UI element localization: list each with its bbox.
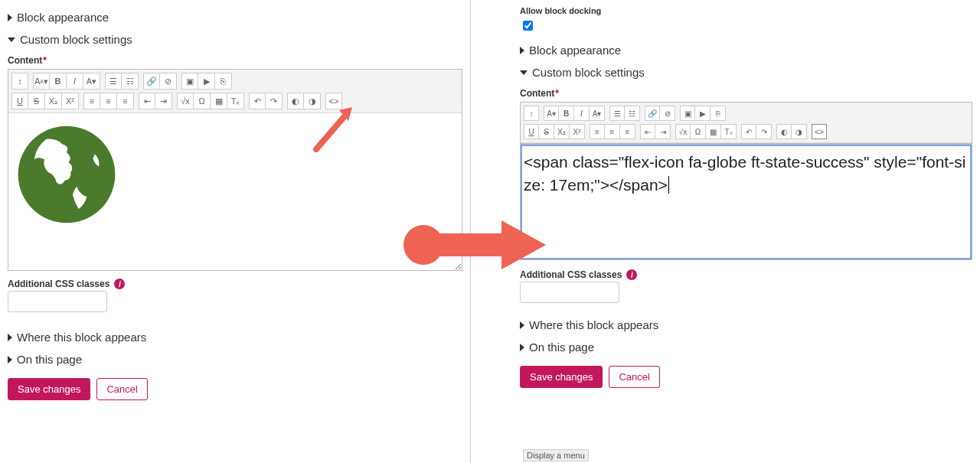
outdent-button[interactable]: ⇤ [139, 93, 155, 109]
allow-docking-checkbox[interactable] [523, 21, 533, 31]
superscript-button[interactable]: X² [570, 124, 585, 139]
align-center-button[interactable]: ≡ [100, 93, 117, 109]
accessibility-button-2[interactable]: ◑ [792, 124, 807, 139]
cancel-button[interactable]: Cancel [96, 378, 147, 400]
ordered-list-button[interactable]: ☷ [122, 73, 139, 90]
redo-button[interactable]: ↷ [266, 93, 283, 109]
section-on-this-page[interactable]: On this page [8, 348, 462, 370]
clear-format-button[interactable]: Tₓ [721, 124, 737, 139]
content-label: Content* [520, 88, 972, 99]
bold-button[interactable]: B [50, 73, 67, 90]
section-block-appearance[interactable]: Block appearance [520, 39, 972, 61]
globe-icon [15, 119, 456, 227]
italic-button[interactable]: I [574, 106, 590, 121]
chevron-right-icon [520, 344, 524, 351]
align-right-button[interactable]: ≡ [117, 93, 134, 109]
image-button[interactable]: ▣ [181, 73, 198, 90]
font-family-button[interactable]: AA▾ [33, 73, 50, 90]
chevron-right-icon [8, 14, 12, 21]
unordered-list-button[interactable]: ☰ [105, 73, 122, 90]
table-button[interactable]: ▦ [211, 93, 227, 109]
superscript-button[interactable]: X² [62, 93, 79, 109]
undo-button[interactable]: ↶ [249, 93, 266, 109]
equation-button[interactable]: √x [675, 124, 691, 139]
align-left-button[interactable]: ≡ [83, 93, 100, 109]
link-button[interactable]: 🔗 [143, 73, 160, 90]
strike-button[interactable]: S [539, 124, 554, 139]
info-icon[interactable]: i [626, 269, 637, 280]
underline-button[interactable]: U [524, 124, 539, 139]
unlink-button[interactable]: ⊘ [660, 106, 675, 121]
italic-button[interactable]: I [67, 73, 83, 90]
unordered-list-button[interactable]: ☰ [609, 106, 625, 121]
ordered-list-button[interactable]: ☷ [625, 106, 640, 121]
strike-button[interactable]: S [28, 93, 45, 109]
right-pane: Allow block docking Block appearance Cus… [471, 0, 980, 463]
section-label: On this page [529, 341, 594, 354]
underline-button[interactable]: U [11, 93, 28, 109]
chevron-right-icon [520, 47, 524, 54]
unlink-button[interactable]: ⊘ [160, 73, 177, 90]
bold-button[interactable]: B [559, 106, 574, 121]
font-size-button[interactable]: A▾ [590, 106, 605, 121]
section-block-appearance[interactable]: Block appearance [8, 6, 462, 28]
toolbar-toggle-button[interactable]: ↕ [524, 106, 539, 121]
link-button[interactable]: 🔗 [645, 106, 660, 121]
redo-button[interactable]: ↷ [756, 124, 772, 139]
section-label: Custom block settings [532, 66, 645, 79]
cancel-button[interactable]: Cancel [609, 366, 659, 388]
allow-docking-label: Allow block docking [520, 6, 972, 15]
indent-button[interactable]: ⇥ [155, 93, 172, 109]
content-editor: ↕ A▾ B I A▾ ☰ ☷ 🔗 ⊘ [520, 102, 972, 144]
section-on-this-page[interactable]: On this page [520, 336, 972, 358]
image-button[interactable]: ▣ [680, 106, 695, 121]
html-source-button[interactable]: <> [325, 93, 342, 109]
subscript-button[interactable]: X₂ [45, 93, 62, 109]
chevron-right-icon [8, 356, 12, 364]
file-button[interactable]: ⎘ [710, 106, 726, 121]
accessibility-button-1[interactable]: ◐ [776, 124, 792, 139]
css-label: Additional CSS classes [520, 269, 622, 280]
font-size-button[interactable]: A▾ [83, 73, 100, 90]
editor-body[interactable] [8, 113, 462, 270]
undo-button[interactable]: ↶ [741, 124, 756, 139]
special-char-button[interactable]: Ω [691, 124, 706, 139]
align-left-button[interactable]: ≡ [590, 124, 605, 139]
css-input[interactable] [520, 282, 619, 303]
section-label: Block appearance [17, 11, 109, 24]
save-button[interactable]: Save changes [8, 378, 90, 400]
accessibility-button-1[interactable]: ◐ [287, 93, 304, 109]
toolbar-toggle-button[interactable]: ↕ [11, 73, 28, 90]
align-center-button[interactable]: ≡ [605, 124, 620, 139]
subscript-button[interactable]: X₂ [554, 124, 570, 139]
table-button[interactable]: ▦ [706, 124, 721, 139]
outdent-button[interactable]: ⇤ [640, 124, 655, 139]
left-pane: Block appearance Custom block settings C… [0, 0, 471, 463]
code-editor-body[interactable]: <span class="flex-icon fa-globe ft-state… [521, 145, 972, 259]
file-button[interactable]: ⎘ [215, 73, 232, 90]
indent-button[interactable]: ⇥ [655, 124, 671, 139]
align-right-button[interactable]: ≡ [620, 124, 635, 139]
content-label: Content* [8, 55, 462, 66]
section-label: On this page [17, 353, 82, 366]
content-editor: ↕ AA▾ B I A▾ ☰ ☷ 🔗 ⊘ [8, 69, 462, 271]
section-label: Where this block appears [529, 318, 658, 331]
media-button[interactable]: ▶ [695, 106, 710, 121]
clear-format-button[interactable]: Tₓ [227, 93, 244, 109]
footer-tooltip: Display a menu [523, 449, 589, 461]
info-icon[interactable]: i [114, 279, 125, 289]
section-custom-block-settings[interactable]: Custom block settings [8, 28, 462, 51]
section-where-appears[interactable]: Where this block appears [520, 314, 972, 336]
section-custom-block-settings[interactable]: Custom block settings [520, 61, 972, 83]
save-button[interactable]: Save changes [520, 366, 603, 388]
media-button[interactable]: ▶ [198, 73, 215, 90]
special-char-button[interactable]: Ω [194, 93, 211, 109]
accessibility-button-2[interactable]: ◑ [304, 93, 321, 109]
chevron-down-icon [520, 70, 528, 75]
chevron-down-icon [8, 37, 15, 42]
font-family-button[interactable]: A▾ [544, 106, 559, 121]
equation-button[interactable]: √x [177, 93, 194, 109]
html-source-button[interactable]: <> [812, 124, 827, 139]
section-where-appears[interactable]: Where this block appears [8, 326, 462, 348]
css-input[interactable] [8, 291, 107, 312]
